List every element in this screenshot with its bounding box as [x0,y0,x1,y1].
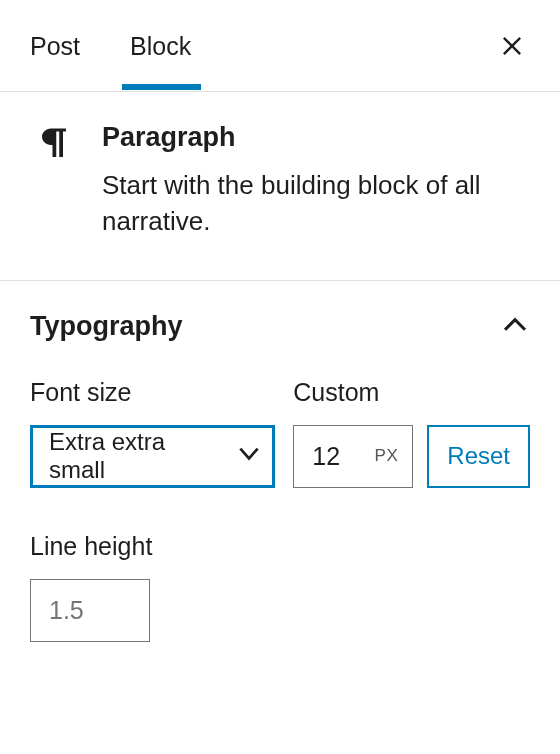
custom-size-unit: PX [375,446,399,466]
typography-title: Typography [30,311,183,342]
font-size-selected: Extra extra small [49,428,226,484]
typography-panel: Typography Font size Extra extra small C… [0,281,560,672]
paragraph-icon [36,124,72,240]
font-size-group: Font size Extra extra small [30,378,275,488]
tab-block[interactable]: Block [130,2,211,89]
block-info: Paragraph Start with the building block … [0,92,560,281]
font-size-select[interactable]: Extra extra small [30,425,275,488]
chevron-down-icon [236,440,262,472]
sidebar-tabs: Post Block [0,0,560,92]
close-button[interactable] [494,28,530,64]
chevron-up-icon [500,311,530,341]
custom-size-value: 12 [312,442,374,471]
custom-size-input[interactable]: 12 PX [293,425,413,488]
font-size-row: Font size Extra extra small Custom 12 PX… [30,378,530,488]
tab-post[interactable]: Post [30,2,100,89]
font-size-label: Font size [30,378,275,407]
typography-panel-toggle[interactable]: Typography [30,311,530,342]
block-description: Start with the building block of all nar… [102,167,530,240]
custom-size-label: Custom [293,378,530,407]
line-height-group: Line height 1.5 [30,532,530,642]
line-height-label: Line height [30,532,530,561]
line-height-placeholder: 1.5 [49,596,84,625]
custom-size-group: Custom 12 PX Reset [293,378,530,488]
close-icon [498,32,526,60]
line-height-input[interactable]: 1.5 [30,579,150,642]
block-meta: Paragraph Start with the building block … [102,122,530,240]
reset-button[interactable]: Reset [427,425,530,488]
block-title: Paragraph [102,122,530,153]
